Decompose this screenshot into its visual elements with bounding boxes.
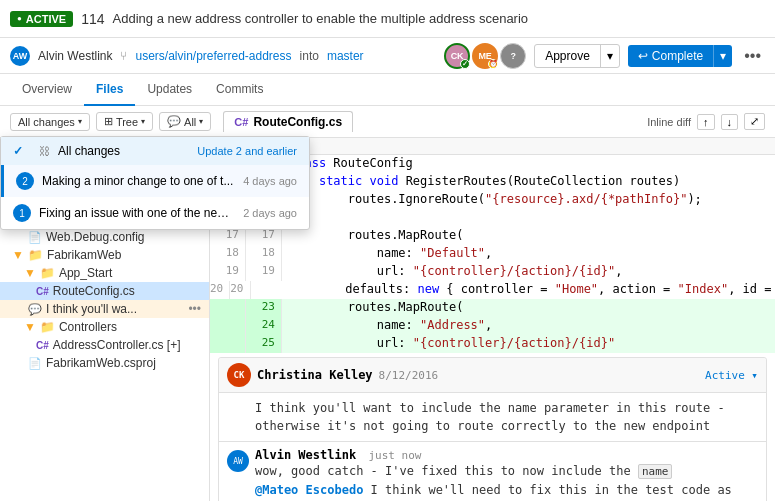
- chain-icon: ⛓: [39, 145, 50, 157]
- comment-time: 8/12/2016: [379, 369, 439, 382]
- tree-icon: ⊞: [104, 115, 113, 128]
- diff-up-arrow[interactable]: ↑: [697, 114, 715, 130]
- file-toolbar: All changes ▾ ⊞ Tree ▾ 💬 All ▾ C# RouteC…: [0, 106, 775, 138]
- branch-from-link[interactable]: users/alvin/preferred-address: [135, 49, 291, 63]
- folder-icon-5: 📁: [40, 320, 55, 334]
- active-badge: ACTIVE: [10, 11, 73, 27]
- comment-active-label[interactable]: Active ▾: [705, 369, 758, 382]
- alvin-reply: AW Alvin Westlink just now wow, good cat…: [219, 441, 766, 501]
- tab-updates[interactable]: Updates: [135, 74, 204, 106]
- tree-item-webdebug[interactable]: 📄 Web.Debug.config: [0, 228, 209, 246]
- cs-icon-3: C#: [36, 286, 49, 297]
- tree-item-csproj[interactable]: 📄 FabrikamWeb.csproj: [0, 354, 209, 372]
- more-icon[interactable]: •••: [188, 302, 201, 316]
- file-icon: C#: [234, 116, 248, 128]
- dropdown-item-2[interactable]: 2 Making a minor change to one of t... 4…: [1, 165, 309, 197]
- branch-to-link[interactable]: master: [327, 49, 364, 63]
- alvin-body: Alvin Westlink just now wow, good catch …: [255, 448, 758, 501]
- folder-icon-3: 📁: [28, 248, 43, 262]
- reviewer-avatar-3: ?: [500, 43, 526, 69]
- second-bar: AW Alvin Westlink ⑂ users/alvin/preferre…: [0, 38, 775, 74]
- dropdown-all-label: All changes: [58, 144, 189, 158]
- comment-user: Christina Kelley: [257, 368, 373, 382]
- pr-number: 114: [81, 11, 104, 27]
- code-line-23: 23 routes.MapRoute(: [210, 299, 775, 317]
- code-inline: name: [638, 464, 673, 479]
- branch-icon: ⑂: [120, 49, 127, 63]
- num-badge-1: 1: [13, 204, 31, 222]
- tree-item-routeconfig[interactable]: C# RouteConfig.cs: [0, 282, 209, 300]
- all-changes-label: All changes: [18, 116, 75, 128]
- comment-icon: 💬: [167, 115, 181, 128]
- all-changes-button[interactable]: All changes ▾: [10, 113, 90, 131]
- tree-button[interactable]: ⊞ Tree ▾: [96, 112, 153, 131]
- alvin-avatar: AW: [227, 450, 249, 472]
- dropdown-all-secondary: Update 2 and earlier: [197, 145, 297, 157]
- inline-diff-label: Inline diff: [647, 116, 691, 128]
- complete-icon: ↩: [638, 49, 648, 63]
- num-badge-2: 2: [16, 172, 34, 190]
- alvin-text: wow, good catch - I've fixed this to now…: [255, 462, 758, 481]
- approve-button[interactable]: Approve ▾: [534, 44, 620, 68]
- pr-title: Adding a new address controller to enabl…: [113, 11, 765, 26]
- expand-view-button[interactable]: ⤢: [744, 113, 765, 130]
- user-avatar: AW: [10, 46, 30, 66]
- folder-open-icon-2: ▼: [12, 248, 24, 262]
- complete-button[interactable]: ↩ Complete ▾: [628, 45, 732, 67]
- tree-item-comment[interactable]: 💬 I think you'll wa... •••: [0, 300, 209, 318]
- reviewer-avatars: CK✓ ME⏰ ?: [444, 43, 526, 69]
- proj-icon: 📄: [28, 357, 42, 370]
- more-button[interactable]: •••: [740, 47, 765, 65]
- all-caret: ▾: [199, 117, 203, 126]
- comment-body: I think you'll want to include the name …: [219, 393, 766, 441]
- dropdown-item-2-time: 4 days ago: [243, 175, 297, 187]
- main-content: ✓ ⛓ All changes Update 2 and earlier 2 M…: [0, 138, 775, 501]
- mention-link[interactable]: @Mateo Escobedo: [255, 483, 363, 497]
- comment-icon-2: 💬: [28, 303, 42, 316]
- reviewer-avatar-1: CK✓: [444, 43, 470, 69]
- reviewer-avatar-2: ME⏰: [472, 43, 498, 69]
- complete-label: Complete: [652, 49, 703, 63]
- code-line-25: 25 url: "{controller}/{action}/{id}": [210, 335, 775, 353]
- cs-icon-4: C#: [36, 340, 49, 351]
- tree-item-addresscontroller[interactable]: C# AddressController.cs [+]: [0, 336, 209, 354]
- all-label: All: [184, 116, 196, 128]
- tree-item-fabrikamweb[interactable]: ▼ 📁 FabrikamWeb: [0, 246, 209, 264]
- code-line-20: 20 20 defaults: new { controller = "Home…: [210, 281, 775, 299]
- comment-block: CK Christina Kelley 8/12/2016 Active ▾ I…: [218, 357, 767, 501]
- code-line-24: 24 name: "Address",: [210, 317, 775, 335]
- dropdown-item-1-label: Fixing an issue with one of the new ...: [39, 206, 235, 220]
- christina-avatar: CK: [227, 363, 251, 387]
- tab-files[interactable]: Files: [84, 74, 135, 106]
- config-icon-2: 📄: [28, 231, 42, 244]
- comment-header: CK Christina Kelley 8/12/2016 Active ▾: [219, 358, 766, 393]
- tab-commits[interactable]: Commits: [204, 74, 275, 106]
- folder-icon-4: 📁: [40, 266, 55, 280]
- all-button[interactable]: 💬 All ▾: [159, 112, 211, 131]
- alvin-time: just now: [368, 449, 421, 462]
- dropdown-item-1-time: 2 days ago: [243, 207, 297, 219]
- tab-bar: Overview Files Updates Commits: [0, 74, 775, 106]
- dropdown-item-1[interactable]: 1 Fixing an issue with one of the new ..…: [1, 197, 309, 229]
- alvin-mention: @Mateo Escobedo I think we'll need to fi…: [255, 481, 758, 502]
- tree-item-controllers[interactable]: ▼ 📁 Controllers: [0, 318, 209, 336]
- complete-dropdown-arrow[interactable]: ▾: [714, 45, 732, 67]
- folder-open-icon-4: ▼: [24, 320, 36, 334]
- top-bar: ACTIVE 114 Adding a new address controll…: [0, 0, 775, 38]
- tab-overview[interactable]: Overview: [10, 74, 84, 106]
- dropdown-overlay: ✓ ⛓ All changes Update 2 and earlier 2 M…: [0, 136, 310, 230]
- dropdown-item-all[interactable]: ✓ ⛓ All changes Update 2 and earlier: [1, 137, 309, 165]
- file-tab[interactable]: C# RouteConfig.cs: [223, 111, 353, 132]
- tree-item-appstart[interactable]: ▼ 📁 App_Start: [0, 264, 209, 282]
- approve-dropdown-arrow[interactable]: ▾: [601, 45, 619, 67]
- alvin-user: Alvin Westlink: [255, 448, 356, 462]
- code-line-19: 19 19 url: "{controller}/{action}/{id}",: [210, 263, 775, 281]
- diff-down-arrow[interactable]: ↓: [721, 114, 739, 130]
- into-label: into: [300, 49, 319, 63]
- folder-open-icon-3: ▼: [24, 266, 36, 280]
- check-icon: ✓: [13, 144, 31, 158]
- user-name: Alvin Westlink: [38, 49, 112, 63]
- tree-caret: ▾: [141, 117, 145, 126]
- all-changes-caret: ▾: [78, 117, 82, 126]
- file-name: RouteConfig.cs: [253, 115, 342, 129]
